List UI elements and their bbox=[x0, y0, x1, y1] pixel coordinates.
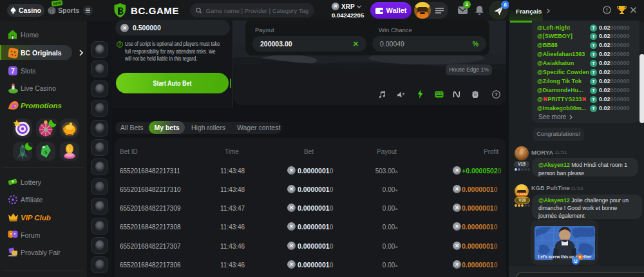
svg-text:?: ? bbox=[118, 42, 121, 46]
svg-text:7: 7 bbox=[11, 68, 15, 75]
svg-text:Let's screw this up together: Let's screw this up together bbox=[538, 254, 592, 260]
svg-text:?: ? bbox=[495, 91, 498, 97]
